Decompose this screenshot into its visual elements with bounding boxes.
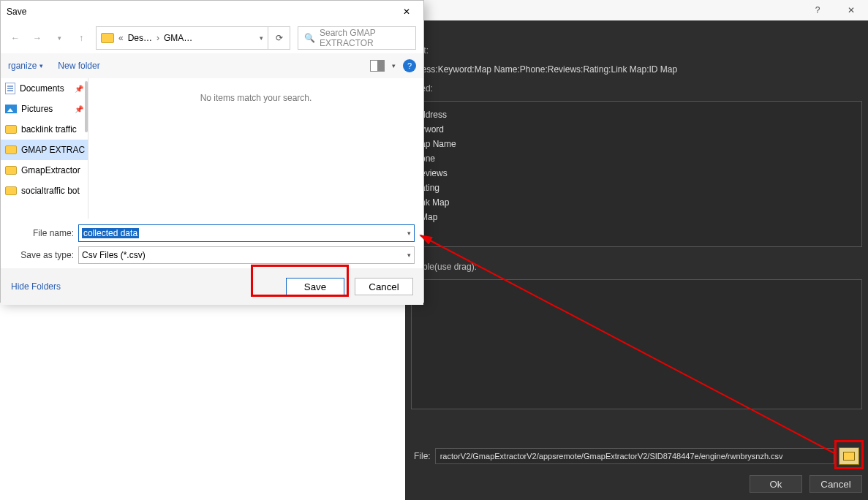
new-folder-button[interactable]: New folder [58, 61, 99, 71]
cancel-button[interactable]: Cancel [355, 278, 413, 295]
save-as-type-select[interactable]: Csv Files (*.csv) ▾ [78, 246, 415, 264]
refresh-button[interactable]: ⟳ [268, 26, 290, 50]
file-path-input[interactable] [435, 448, 834, 464]
list-item[interactable]: nk Map [418, 195, 856, 210]
list-item[interactable]: ating [418, 181, 856, 195]
save-titlebar: Save ✕ [1, 1, 423, 23]
breadcrumb-part[interactable]: Des… [128, 33, 152, 43]
folder-icon [101, 33, 114, 43]
available-columns-box[interactable] [411, 279, 862, 409]
chevron-down-icon: ▾ [39, 62, 43, 69]
selected-label: cted: [405, 79, 868, 98]
empty-message: No items match your search. [200, 93, 312, 103]
available-label: ilable(use drag): [405, 257, 868, 276]
forward-button[interactable]: → [30, 31, 45, 45]
format-label: nat: [405, 41, 868, 60]
file-row: File: [405, 447, 862, 465]
list-item[interactable]: ap Name [418, 137, 856, 151]
chevron-down-icon[interactable]: ▾ [407, 230, 411, 237]
file-list-area[interactable]: No items match your search. [88, 78, 423, 219]
list-item[interactable]: yword [418, 122, 856, 137]
folder-icon [5, 186, 17, 195]
hide-folders-link[interactable]: Hide Folders [11, 281, 61, 292]
organize-menu[interactable]: rganize▾ [8, 61, 43, 71]
recent-dropdown[interactable]: ▾ [52, 31, 67, 45]
save-body: Documents📌 Pictures📌 backlink traffic GM… [1, 78, 423, 219]
list-item[interactable]: ddress [418, 107, 856, 122]
browse-button[interactable] [839, 447, 859, 465]
folder-icon [5, 166, 17, 175]
save-dialog: Save ✕ ← → ▾ ↑ « Des… › GMA… ▾ ⟳ 🔍 Searc… [0, 0, 424, 303]
folder-icon [5, 145, 17, 154]
close-icon: ✕ [403, 7, 410, 17]
search-input[interactable]: 🔍 Search GMAP EXTRACTOR [298, 26, 416, 50]
folder-icon [843, 452, 855, 461]
document-icon [5, 83, 15, 94]
chevron-right-icon: › [156, 33, 159, 43]
pictures-icon [5, 105, 17, 113]
file-label: File: [414, 451, 431, 461]
pin-icon: 📌 [75, 105, 83, 113]
view-mode-button[interactable] [370, 60, 385, 72]
search-placeholder: Search GMAP EXTRACTOR [320, 28, 410, 48]
columns-header-row: dress:Keyword:Map Name:Phone:Reviews:Rat… [405, 60, 868, 79]
save-button[interactable]: Save [286, 278, 344, 295]
help-button[interactable]: ? [403, 59, 416, 72]
list-item[interactable]: eviews [418, 166, 856, 181]
pin-icon: 📌 [75, 85, 83, 93]
app-close-button[interactable]: ✕ [834, 0, 868, 20]
save-close-button[interactable]: ✕ [390, 1, 423, 23]
sidebar-item-socialtraffic[interactable]: socialtraffic bot [1, 181, 88, 201]
sidebar-item-gmapextractor2[interactable]: GmapExtractor [1, 160, 88, 181]
chevron-down-icon[interactable]: ▾ [407, 251, 411, 259]
cancel-button[interactable]: Cancel [809, 475, 862, 493]
chevron-down-icon[interactable]: ▾ [392, 62, 396, 69]
save-as-type-label: Save as type: [10, 250, 74, 260]
sidebar[interactable]: Documents📌 Pictures📌 backlink traffic GM… [1, 78, 88, 219]
export-dialog: nat: dress:Keyword:Map Name:Phone:Review… [405, 20, 868, 500]
file-name-input[interactable]: collected data ▾ [78, 224, 415, 242]
up-button[interactable]: ↑ [74, 31, 88, 45]
chevron-down-icon[interactable]: ▾ [260, 34, 263, 42]
breadcrumb-prefix: « [118, 33, 124, 43]
dialog-buttons: Ok Cancel [750, 475, 862, 493]
scroll-thumb[interactable] [85, 81, 88, 132]
ok-button[interactable]: Ok [750, 475, 802, 493]
list-item[interactable]: one [418, 151, 856, 166]
folder-icon [5, 125, 17, 134]
sidebar-item-pictures[interactable]: Pictures📌 [1, 99, 88, 119]
nav-row: ← → ▾ ↑ « Des… › GMA… ▾ ⟳ 🔍 Search GMAP … [1, 23, 423, 53]
list-item[interactable]: Map [418, 210, 856, 224]
back-button[interactable]: ← [8, 31, 23, 45]
app-help-button[interactable]: ? [801, 0, 834, 20]
selected-columns-box[interactable]: ddress yword ap Name one eviews ating nk… [411, 101, 862, 247]
save-toolbar: rganize▾ New folder ▾ ? [1, 53, 423, 78]
save-fields: File name: collected data ▾ Save as type… [1, 219, 423, 264]
save-title: Save [7, 7, 26, 17]
file-name-label: File name: [10, 228, 74, 238]
address-bar[interactable]: « Des… › GMA… ▾ [96, 26, 268, 50]
sidebar-item-backlink[interactable]: backlink traffic [1, 119, 88, 140]
app-titlebar: sv ? ✕ [405, 0, 868, 20]
search-icon: 🔍 [304, 33, 315, 43]
sidebar-item-documents[interactable]: Documents📌 [1, 78, 88, 99]
save-footer: Hide Folders Save Cancel [1, 268, 423, 305]
sidebar-item-gmap-extractor[interactable]: GMAP EXTRAC [1, 140, 88, 160]
breadcrumb-part[interactable]: GMA… [164, 33, 192, 43]
